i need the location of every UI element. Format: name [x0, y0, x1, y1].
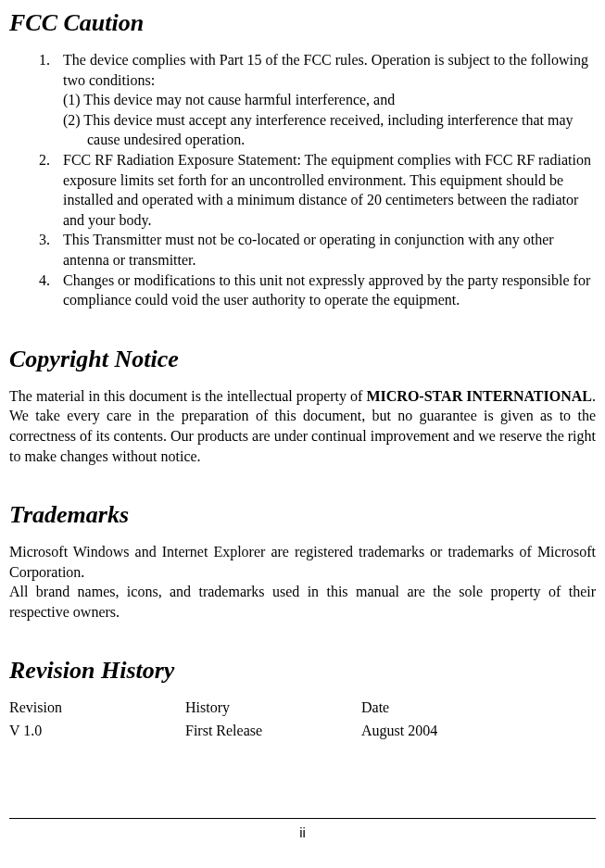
revision-header-col2: History — [185, 698, 361, 718]
revision-header-col3: Date — [361, 698, 596, 718]
page-number: ii — [9, 824, 596, 840]
trademarks-text: Microsoft Windows and Internet Explorer … — [9, 542, 596, 622]
page-footer: ii — [9, 818, 596, 840]
list-item: 2. FCC RF Radiation Exposure Statement: … — [39, 150, 596, 230]
item-text: The device complies with Part 15 of the … — [63, 52, 588, 88]
copyright-text-pre: The material in this document is the int… — [9, 388, 366, 404]
copyright-text: The material in this document is the int… — [9, 386, 596, 466]
item-number: 3. — [39, 230, 50, 250]
sublist-item: (1) This device may not cause harmful in… — [63, 90, 596, 110]
list-item: 3. This Transmitter must not be co-locat… — [39, 230, 596, 270]
item-number: 4. — [39, 270, 50, 291]
revision-data-col1: V 1.0 — [9, 721, 185, 741]
item-text: This Transmitter must not be co-located … — [63, 232, 554, 268]
item-text: Changes or modifications to this unit no… — [63, 272, 590, 308]
revision-header-col1: Revision — [9, 698, 185, 718]
footer-divider — [9, 818, 596, 819]
copyright-text-bold: MICRO-STAR INTERNATIONAL — [366, 388, 592, 404]
item-text: FCC RF Radiation Exposure Statement: The… — [63, 152, 591, 228]
fcc-list: 1. The device complies with Part 15 of t… — [9, 50, 596, 310]
sublist: (1) This device may not cause harmful in… — [63, 90, 596, 150]
revision-header-row: Revision History Date — [9, 698, 596, 718]
list-item: 1. The device complies with Part 15 of t… — [39, 50, 596, 150]
item-number: 2. — [39, 150, 50, 170]
item-number: 1. — [39, 50, 50, 70]
revision-data-col3: August 2004 — [361, 721, 596, 741]
trademarks-heading: Trademarks — [9, 501, 596, 529]
revision-history-heading: Revision History — [9, 657, 596, 685]
revision-data-row: V 1.0 First Release August 2004 — [9, 721, 596, 741]
list-item: 4. Changes or modifications to this unit… — [39, 270, 596, 310]
fcc-caution-heading: FCC Caution — [9, 9, 596, 37]
revision-data-col2: First Release — [185, 721, 361, 741]
sublist-item: (2) This device must accept any interfer… — [63, 110, 596, 150]
copyright-notice-heading: Copyright Notice — [9, 346, 596, 373]
